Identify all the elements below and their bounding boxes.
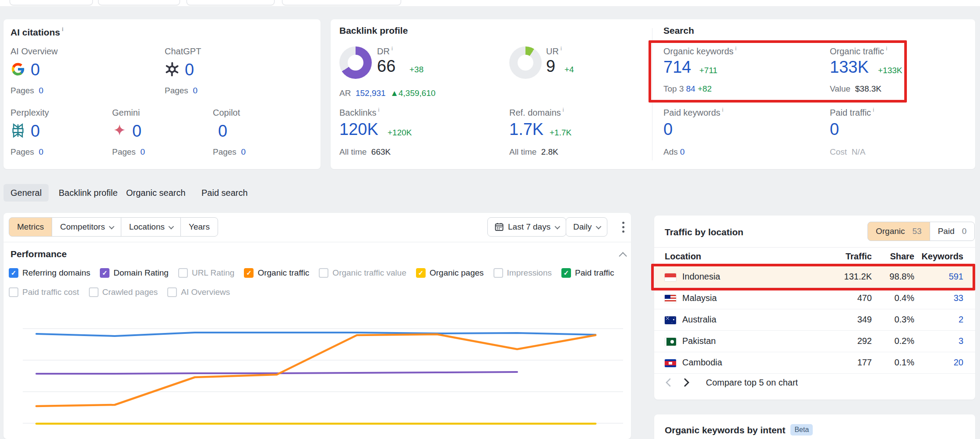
paid-keywords-value[interactable]: 0: [663, 120, 673, 139]
metric-checkbox-paid-traffic[interactable]: ✓Paid traffic: [561, 268, 614, 278]
tab-organic-search[interactable]: Organic search: [126, 184, 186, 202]
metric-checkbox-label: Impressions: [507, 268, 552, 278]
paid-traffic-label: Paid traffic: [830, 108, 874, 118]
location-row-australia[interactable]: Australia3490.3%2: [654, 309, 975, 331]
domain-overview-page: AI citations AI Overview0Pages 0ChatGPT0…: [0, 0, 980, 439]
more-options-button[interactable]: [617, 217, 630, 237]
collapse-chevron-icon[interactable]: [619, 252, 627, 260]
pages-count-link[interactable]: 0: [241, 147, 246, 156]
info-icon[interactable]: [378, 106, 379, 113]
backlinks-value[interactable]: 120K: [339, 120, 378, 139]
location-row-indonesia[interactable]: Indonesia131.2K98.8%591: [654, 266, 975, 288]
metric-checkbox-organic-traffic[interactable]: ✓Organic traffic: [244, 268, 309, 278]
info-icon[interactable]: [873, 106, 874, 113]
checkbox-icon: [89, 287, 99, 297]
tab-general[interactable]: General: [4, 184, 49, 202]
organic-keywords-value[interactable]: 714: [663, 58, 691, 77]
organic-toggle[interactable]: Organic53: [867, 222, 930, 241]
backlink-profile-title: Backlink profile: [339, 25, 408, 36]
info-icon[interactable]: [62, 26, 63, 32]
backlinks-delta: +120K: [388, 128, 412, 138]
metric-checkbox-paid-traffic-cost[interactable]: Paid traffic cost: [9, 287, 79, 297]
metric-checkbox-ai-overviews[interactable]: AI Overviews: [167, 287, 230, 297]
tab-paid-search[interactable]: Paid search: [201, 184, 248, 202]
chatgpt-icon: [165, 62, 180, 78]
beta-badge: Beta: [790, 424, 813, 435]
citation-count-link[interactable]: 0: [185, 60, 194, 79]
column-header-traffic: Traffic: [846, 251, 872, 262]
citation-count-link[interactable]: 0: [31, 122, 40, 141]
locations-button[interactable]: Locations: [121, 217, 181, 237]
ref-domains-value[interactable]: 1.7K: [509, 120, 543, 139]
metrics-button[interactable]: Metrics: [9, 217, 52, 237]
citation-count-link[interactable]: 0: [31, 60, 40, 79]
toolbar-divider: [4, 242, 631, 242]
location-keywords-link[interactable]: 33: [954, 293, 963, 303]
metric-checkbox-organic-pages[interactable]: ✓Organic pages: [416, 268, 484, 278]
tab-backlink-profile[interactable]: Backlink profile: [59, 184, 118, 202]
info-icon[interactable]: [563, 106, 564, 113]
years-button[interactable]: Years: [180, 217, 218, 237]
location-share: 98.8%: [889, 272, 914, 282]
info-icon[interactable]: [391, 45, 393, 52]
ar-value-link[interactable]: 152,931: [356, 89, 386, 98]
location-row-cambodia[interactable]: Cambodia1770.1%20: [654, 352, 975, 374]
location-name: Malaysia: [682, 293, 717, 303]
metric-checkbox-crawled-pages[interactable]: Crawled pages: [89, 287, 158, 297]
organic-keywords-delta: +711: [699, 66, 717, 75]
checkbox-icon: ✓: [416, 268, 426, 278]
organic-traffic-value[interactable]: 133K: [830, 58, 869, 77]
checkbox-icon: [178, 268, 188, 278]
pages-count-link[interactable]: 0: [193, 86, 197, 95]
prev-page-button[interactable]: [662, 376, 675, 389]
dr-delta: +38: [409, 65, 423, 74]
info-icon[interactable]: [735, 45, 737, 52]
granularity-button[interactable]: Daily: [566, 217, 607, 237]
location-row-malaysia[interactable]: Malaysia4700.4%33: [654, 288, 975, 309]
date-range-button[interactable]: Last 7 days: [487, 217, 566, 237]
location-keywords-link[interactable]: 20: [954, 358, 963, 368]
paid-keywords-label: Paid keywords: [663, 108, 723, 118]
device-select[interactable]: [282, 0, 401, 5]
ai-source-label: Copilot: [213, 108, 240, 118]
pages-count-link[interactable]: 0: [39, 147, 43, 156]
top3-link[interactable]: 84: [686, 84, 695, 93]
metric-checkbox-label: Organic traffic: [257, 268, 309, 278]
location-row-pakistan[interactable]: Pakistan2920.2%3: [654, 331, 975, 352]
location-select[interactable]: [187, 0, 275, 5]
next-page-button[interactable]: [680, 376, 693, 389]
pages-count-link[interactable]: 0: [140, 147, 145, 156]
pages-count-link[interactable]: 0: [39, 86, 43, 95]
metric-checkbox-impressions[interactable]: Impressions: [494, 268, 552, 278]
ref-domains-alltime: All time 2.8K: [509, 147, 558, 157]
competitors-button[interactable]: Competitors: [52, 217, 121, 237]
metric-checkbox-domain-rating[interactable]: ✓Domain Rating: [100, 268, 169, 278]
metric-checkbox-referring-domains[interactable]: ✓Referring domains: [9, 268, 90, 278]
location-traffic: 131.2K: [844, 272, 872, 282]
location-keywords-link[interactable]: 2: [959, 315, 963, 325]
checkbox-icon: [319, 268, 328, 278]
pages-row: Pages 0: [112, 147, 145, 157]
ai-citations-card: AI citations AI Overview0Pages 0ChatGPT0…: [4, 19, 321, 169]
ar-delta: ▲4,359,610: [390, 89, 435, 98]
cambodia-flag-icon: [665, 359, 676, 367]
metric-checkbox-organic-traffic-value[interactable]: Organic traffic value: [319, 268, 406, 278]
citation-count-link[interactable]: 0: [218, 122, 227, 141]
calendar-icon: [495, 223, 504, 231]
info-icon[interactable]: [886, 45, 887, 52]
info-icon[interactable]: [561, 45, 562, 52]
paid-toggle[interactable]: Paid0: [930, 222, 975, 241]
location-keywords-link[interactable]: 591: [949, 272, 963, 282]
location-keywords-link[interactable]: 3: [959, 336, 963, 346]
citation-count-link[interactable]: 0: [132, 122, 141, 141]
metric-checkbox-url-rating[interactable]: URL Rating: [178, 268, 235, 278]
compare-domain-input[interactable]: [98, 0, 180, 5]
metric-checkbox-label: Domain Rating: [113, 268, 169, 278]
domain-input[interactable]: [10, 0, 93, 5]
metric-checkbox-label: Paid traffic: [575, 268, 614, 278]
pages-row: Pages 0: [213, 147, 246, 157]
ads-link[interactable]: 0: [680, 147, 685, 156]
performance-card: Metrics Competitors Locations Years Last…: [4, 213, 631, 439]
chevron-down-icon: [555, 223, 561, 229]
info-icon[interactable]: [722, 106, 723, 113]
